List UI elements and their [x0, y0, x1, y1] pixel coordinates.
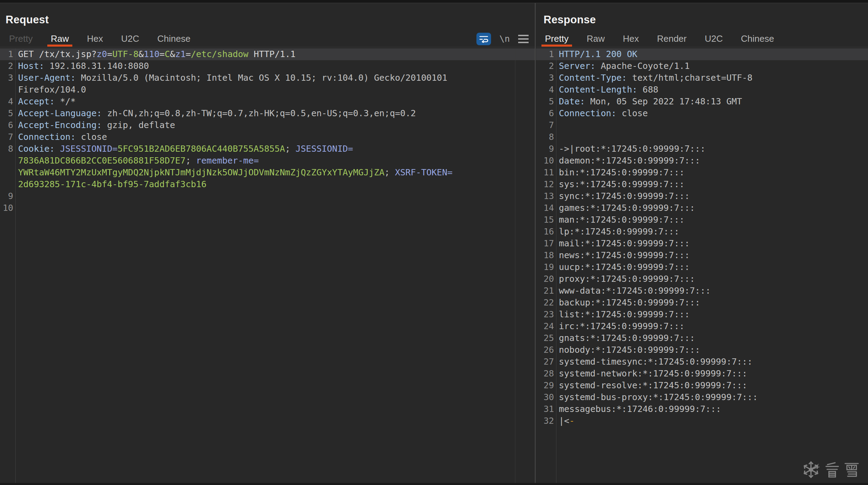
line-content: YWRtaW46MTY2MzUxMTgyMDQ2NjpkNTJmMjdjNzk5…: [15, 167, 452, 178]
response-code-line: 23list:*:17245:0:99999:7:::: [536, 309, 868, 320]
line-number: 8: [536, 131, 556, 143]
request-code-line: 2d693285-171c-4bf4-bf95-7addfaf3cb16: [0, 178, 535, 190]
response-code-line: 22backup:*:17245:0:99999:7:::: [536, 297, 868, 309]
line-content: systemd-bus-proxy:*:17245:0:99999:7:::: [556, 391, 758, 403]
line-number: [0, 84, 15, 96]
kanxue-watermark: [801, 460, 860, 479]
response-code-line: 20proxy:*:17245:0:99999:7:::: [536, 273, 868, 285]
request-panel: Request \n PrettyRawHexU2C: [0, 3, 535, 483]
request-code-line: 1GET /tx/tx.jsp?z0=UTF-8&110=C&z1=/etc/s…: [0, 48, 535, 60]
line-number: 3: [536, 72, 556, 84]
line-content: messagebus:*:17246:0:99999:7:::: [556, 403, 721, 415]
line-number: 12: [536, 178, 556, 190]
line-content: Cookie: JSESSIONID=5FC951B2AD6EB7806AC44…: [15, 143, 353, 155]
line-number: 15: [536, 214, 556, 226]
response-code-line: 28systemd-network:*:17245:0:99999:7:::: [536, 368, 868, 380]
request-gutter-divider: [15, 48, 16, 483]
request-tab-u2c[interactable]: U2C: [118, 31, 143, 47]
panel-split-divider[interactable]: [535, 3, 536, 483]
response-code-line: 26nobody:*:17245:0:99999:7:::: [536, 344, 868, 356]
line-content: |<-: [556, 415, 574, 427]
line-number: 18: [536, 249, 556, 261]
response-tab-hex[interactable]: Hex: [619, 31, 642, 47]
line-number: 8: [0, 143, 15, 155]
xue-glyph: [844, 462, 860, 478]
response-code-line: 6Connection: close: [536, 108, 868, 119]
line-content: games:*:17245:0:99999:7:::: [556, 202, 695, 214]
snowflake-icon: [801, 460, 821, 479]
response-code-line: 25gnats:*:17245:0:99999:7:::: [536, 332, 868, 344]
line-content: bin:*:17245:0:99999:7:::: [556, 167, 684, 178]
line-number: 31: [536, 403, 556, 415]
line-content: Firefox/104.0: [15, 84, 86, 96]
response-tab-render[interactable]: Render: [653, 31, 690, 47]
response-code-line: 2Server: Apache-Coyote/1.1: [536, 60, 868, 72]
line-number: [0, 167, 15, 178]
line-number: 5: [0, 108, 15, 119]
response-code-line: 19uucp:*:17245:0:99999:7:::: [536, 261, 868, 273]
request-code-line: 4Accept: */*: [0, 96, 535, 108]
response-gutter-divider: [556, 48, 556, 483]
line-number: 2: [536, 60, 556, 72]
line-content: list:*:17245:0:99999:7:::: [556, 309, 690, 320]
line-content: 2d693285-171c-4bf4-bf95-7addfaf3cb16: [15, 178, 207, 190]
response-code-line: 10daemon:*:17245:0:99999:7:::: [536, 155, 868, 167]
line-content: systemd-resolve:*:17245:0:99999:7:::: [556, 380, 747, 391]
request-tab-hex[interactable]: Hex: [83, 31, 106, 47]
line-content: Server: Apache-Coyote/1.1: [556, 60, 690, 72]
line-number: 1: [0, 48, 15, 60]
line-number: 11: [536, 167, 556, 178]
response-editor[interactable]: 1HTTP/1.1 200 OK2Server: Apache-Coyote/1…: [536, 48, 868, 483]
response-code-line: 21www-data:*:17245:0:99999:7:::: [536, 285, 868, 297]
response-code-line: 14games:*:17245:0:99999:7:::: [536, 202, 868, 214]
line-number: 6: [536, 108, 556, 119]
line-number: 1: [536, 48, 556, 60]
line-content: [15, 190, 18, 202]
line-content: www-data:*:17245:0:99999:7:::: [556, 285, 711, 297]
response-code-line: 15man:*:17245:0:99999:7:::: [536, 214, 868, 226]
response-code-line: 8: [536, 131, 868, 143]
request-editor[interactable]: 1GET /tx/tx.jsp?z0=UTF-8&110=C&z1=/etc/s…: [0, 48, 535, 483]
line-number: [0, 155, 15, 167]
response-code-line: 31messagebus:*:17246:0:99999:7:::: [536, 403, 868, 415]
line-content: man:*:17245:0:99999:7:::: [556, 214, 684, 226]
response-tab-chinese[interactable]: Chinese: [737, 31, 777, 47]
hamburger-menu-icon[interactable]: [518, 35, 529, 43]
request-tab-pretty[interactable]: Pretty: [6, 31, 36, 47]
response-code-line: 32|<-: [536, 415, 868, 427]
line-content: uucp:*:17245:0:99999:7:::: [556, 261, 690, 273]
response-tab-pretty[interactable]: Pretty: [541, 31, 572, 47]
response-tab-u2c[interactable]: U2C: [701, 31, 726, 47]
line-content: Accept-Language: zh-CN,zh;q=0.8,zh-TW;q=…: [15, 108, 416, 119]
line-number: 20: [536, 273, 556, 285]
response-code-line: 9->|root:*:17245:0:99999:7:::: [536, 143, 868, 155]
line-content: irc:*:17245:0:99999:7:::: [556, 320, 684, 332]
newline-marker-toggle[interactable]: \n: [499, 34, 510, 44]
line-number: 28: [536, 368, 556, 380]
line-content: systemd-network:*:17245:0:99999:7:::: [556, 368, 747, 380]
line-content: 7836A81DC866B2CC0E5606881F58D7E7; rememb…: [15, 155, 259, 167]
line-number: 17: [536, 238, 556, 249]
response-code-line: 11bin:*:17245:0:99999:7:::: [536, 167, 868, 178]
kan-glyph: [824, 462, 840, 478]
line-content: Connection: close: [15, 131, 107, 143]
word-wrap-toggle-button[interactable]: [476, 33, 491, 45]
request-code-line: 6Accept-Encoding: gzip, deflate: [0, 119, 535, 131]
response-tab-raw[interactable]: Raw: [583, 31, 608, 47]
line-content: [556, 131, 559, 143]
line-content: Date: Mon, 05 Sep 2022 17:48:13 GMT: [556, 96, 742, 108]
request-code-line: 2Host: 192.168.31.140:8080: [0, 60, 535, 72]
line-number: 24: [536, 320, 556, 332]
response-code-line: 12sys:*:17245:0:99999:7:::: [536, 178, 868, 190]
line-number: 7: [0, 131, 15, 143]
request-tab-raw[interactable]: Raw: [47, 31, 72, 47]
line-content: lp:*:17245:0:99999:7:::: [556, 226, 679, 238]
line-content: Host: 192.168.31.140:8080: [15, 60, 149, 72]
response-code-line: 1HTTP/1.1 200 OK: [536, 48, 868, 60]
line-content: mail:*:17245:0:99999:7:::: [556, 238, 690, 249]
line-number: 4: [0, 96, 15, 108]
response-code-line: 27systemd-timesync:*:17245:0:99999:7:::: [536, 356, 868, 368]
line-content: news:*:17245:0:99999:7:::: [556, 249, 690, 261]
request-tab-chinese[interactable]: Chinese: [154, 31, 194, 47]
line-content: sys:*:17245:0:99999:7:::: [556, 178, 684, 190]
